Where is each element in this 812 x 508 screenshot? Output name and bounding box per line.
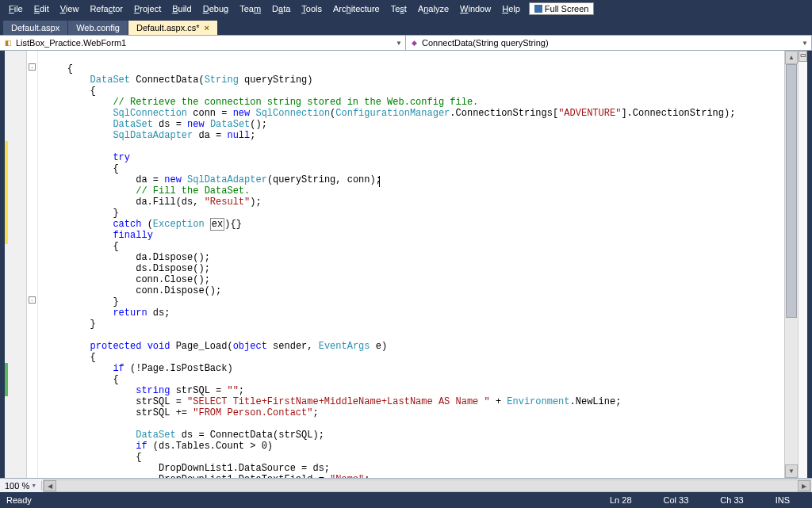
menu-edit[interactable]: Edit — [29, 2, 55, 16]
menu-test[interactable]: Test — [385, 2, 412, 16]
close-icon[interactable]: × — [204, 23, 209, 32]
menu-help[interactable]: Help — [496, 2, 526, 16]
tab-default-aspx[interactable]: Default.aspx — [3, 21, 68, 35]
type-dropdown-label: ListBox_Practice.WebForm1 — [16, 38, 126, 48]
code-nav-bar: ◧ ListBox_Practice.WebForm1 ▼ ◆ ConnectD… — [0, 35, 812, 51]
text-cursor — [379, 176, 380, 187]
menu-window[interactable]: Window — [454, 2, 496, 16]
overview-ruler[interactable]: ▭ — [798, 51, 807, 478]
menu-build[interactable]: Build — [167, 2, 197, 16]
zoom-dropdown[interactable]: 100 % ▼ — [0, 481, 42, 491]
menu-team[interactable]: Team — [234, 2, 266, 16]
method-icon: ◆ — [409, 38, 419, 48]
tab-default-aspx-cs[interactable]: Default.aspx.cs* × — [128, 21, 218, 35]
scroll-left-button[interactable]: ◀ — [44, 480, 56, 491]
code-editor[interactable]: - - { DataSet ConnectData(String querySt… — [0, 51, 812, 478]
menu-file[interactable]: File — [3, 2, 29, 16]
zoom-label: 100 % — [5, 481, 29, 491]
fullscreen-icon — [534, 5, 542, 13]
tab-label: Web.config — [76, 23, 120, 32]
document-tab-bar: Default.aspx Web.config Default.aspx.cs*… — [0, 17, 812, 35]
member-dropdown-label: ConnectData(String queryString) — [422, 38, 549, 48]
outline-margin: - - — [27, 51, 38, 478]
chevron-down-icon: ▼ — [802, 40, 808, 47]
chevron-down-icon: ▼ — [396, 40, 402, 47]
split-icon[interactable]: ▭ — [799, 51, 807, 62]
scroll-down-button[interactable]: ▼ — [785, 464, 798, 478]
menu-debug[interactable]: Debug — [197, 2, 234, 16]
tab-label: Default.aspx — [11, 23, 59, 32]
menu-project[interactable]: Project — [128, 2, 167, 16]
tab-web-config[interactable]: Web.config — [68, 21, 128, 35]
scroll-track[interactable] — [785, 64, 798, 464]
menu-data[interactable]: Data — [266, 2, 296, 16]
class-icon: ◧ — [3, 38, 13, 48]
status-bar: Ready Ln 28 Col 33 Ch 33 INS — [0, 492, 812, 508]
menu-bar: File Edit View Refactor Project Build De… — [0, 0, 812, 17]
member-dropdown[interactable]: ◆ ConnectData(String queryString) ▼ — [406, 36, 812, 50]
menu-refactor[interactable]: Refactor — [84, 2, 128, 16]
scroll-right-button[interactable]: ▶ — [798, 480, 810, 491]
code-area[interactable]: { DataSet ConnectData(String queryString… — [38, 51, 784, 478]
change-marker — [5, 363, 8, 396]
fullscreen-label: Full Screen — [545, 4, 589, 13]
scroll-thumb[interactable] — [786, 64, 797, 318]
collapse-toggle[interactable]: - — [29, 296, 36, 304]
status-ch: Ch 33 — [704, 495, 759, 505]
change-marker — [5, 141, 8, 244]
collapse-toggle[interactable]: - — [29, 63, 36, 71]
horizontal-scrollbar[interactable]: ◀ ▶ — [43, 479, 811, 492]
fullscreen-button[interactable]: Full Screen — [529, 2, 595, 15]
menu-analyze[interactable]: Analyze — [412, 2, 454, 16]
vertical-scrollbar[interactable]: ▲ ▼ — [784, 51, 798, 478]
menu-tools[interactable]: Tools — [296, 2, 327, 16]
indicator-margin — [5, 51, 27, 478]
status-ins: INS — [760, 495, 806, 505]
status-col: Col 33 — [648, 495, 705, 505]
type-dropdown[interactable]: ◧ ListBox_Practice.WebForm1 ▼ — [0, 36, 406, 50]
menu-view[interactable]: View — [55, 2, 85, 16]
status-ready: Ready — [6, 495, 32, 505]
chevron-down-icon: ▼ — [31, 483, 36, 488]
tab-label: Default.aspx.cs* — [136, 23, 199, 32]
status-line: Ln 28 — [594, 495, 648, 505]
editor-bottom-bar: 100 % ▼ ◀ ▶ — [0, 478, 812, 492]
scroll-up-button[interactable]: ▲ — [785, 51, 798, 64]
menu-architecture[interactable]: Architecture — [327, 2, 385, 16]
